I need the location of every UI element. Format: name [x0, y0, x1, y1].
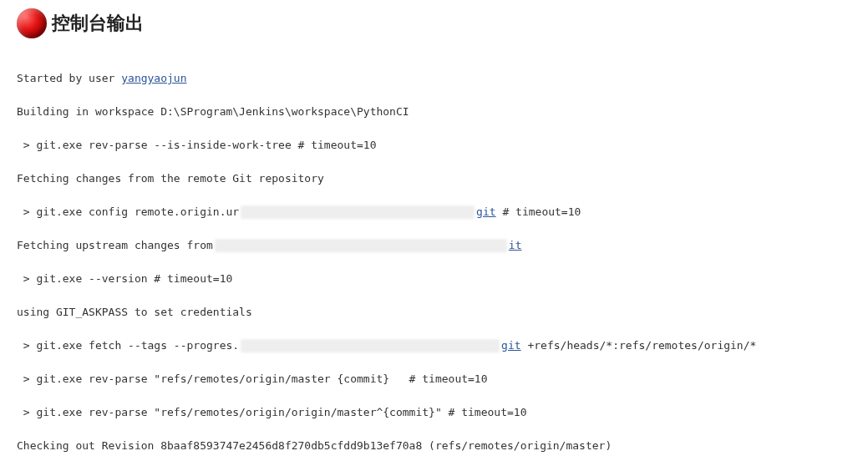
text-fragment: > git.exe fetch --tags --progres.: [17, 337, 239, 354]
console-line: Fetching changes from the remote Git rep…: [17, 170, 851, 187]
build-fail-icon: [17, 8, 47, 38]
console-line: Fetching upstream changes fromit: [17, 237, 851, 254]
text-fragment: # timeout=10: [496, 204, 581, 220]
console-line: > git.exe config remote.origin.urgit # t…: [17, 204, 851, 220]
user-link[interactable]: yangyaojun: [121, 70, 186, 87]
console-title: 控制台输出: [52, 11, 144, 36]
git-suffix-link[interactable]: git: [501, 337, 520, 354]
text-fragment: > git.exe rev-parse "refs/remotes/origin…: [17, 371, 488, 388]
git-suffix-link[interactable]: it: [509, 237, 522, 254]
console-line: using GIT_ASKPASS to set credentials: [17, 304, 851, 321]
git-suffix-link[interactable]: git: [476, 204, 495, 220]
console-output: Started by user yangyaojun Building in w…: [17, 53, 851, 461]
started-by-prefix: Started by user: [17, 70, 121, 87]
text-fragment: Fetching upstream changes from: [17, 237, 213, 254]
console-line: > git.exe --version # timeout=10: [17, 271, 851, 287]
text-fragment: > git.exe config remote.origin.ur: [17, 204, 239, 220]
redacted-block: [241, 205, 475, 219]
console-line: Building in workspace D:\SProgram\Jenkin…: [17, 104, 851, 120]
text-fragment: +refs/heads/*:refs/remotes/origin/*: [521, 337, 757, 354]
console-header: 控制台输出: [17, 8, 851, 38]
console-line: Started by user yangyaojun: [17, 70, 851, 87]
console-line: > git.exe rev-parse "refs/remotes/origin…: [17, 404, 851, 421]
console-line: Checking out Revision 8baaf8593747e2456d…: [17, 438, 851, 454]
redacted-block: [215, 239, 507, 252]
console-line: > git.exe rev-parse --is-inside-work-tre…: [17, 137, 851, 154]
console-line: > git.exe rev-parse "refs/remotes/origin…: [17, 371, 851, 388]
console-line: > git.exe fetch --tags --progres.git +re…: [17, 337, 851, 354]
redacted-block: [241, 339, 500, 352]
